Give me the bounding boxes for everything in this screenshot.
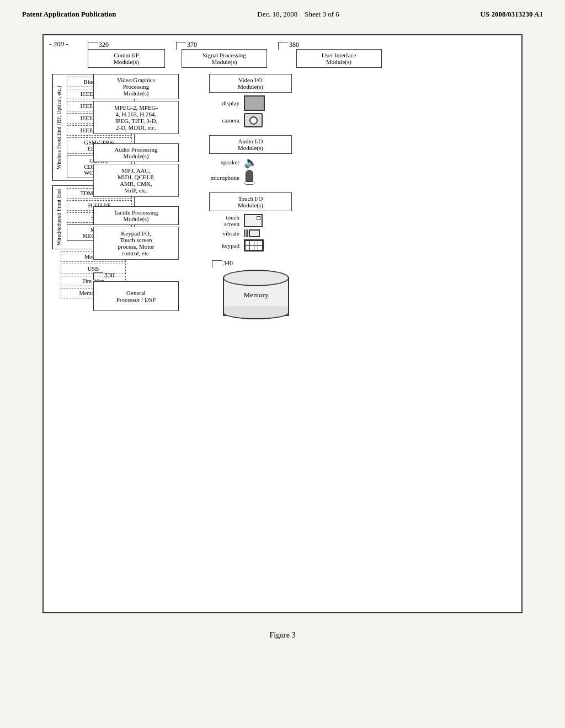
kp-key-6 [250, 246, 254, 250]
figure-caption: Figure 3 [269, 631, 295, 640]
touch-io-header: Touch I/OModule(s) [209, 192, 292, 211]
col-headers-row: Comm I/F Module(s) Signal Processing Mod… [52, 49, 513, 71]
mic-body [246, 170, 253, 182]
kp-key-5 [246, 246, 249, 250]
video-graphics-header: Video/GraphicsProcessingModule(s) [93, 74, 179, 99]
col3-header-area: User Interface Module(s) [278, 49, 399, 71]
kp-key-7 [254, 246, 258, 250]
gp-ref-row: 330 [93, 271, 179, 280]
col3-content: Video I/OModule(s) display camera [190, 74, 311, 319]
vibrate-icon [244, 229, 260, 237]
memory-ref-row: 340 [201, 259, 300, 267]
ref-num-380: 380 [289, 41, 299, 49]
comm-if-header-box: Comm I/F Module(s) [88, 49, 165, 68]
ref-370: 370 [170, 41, 273, 49]
col2-header-area: Signal Processing Module(s) [170, 49, 278, 71]
camera-icon [244, 113, 263, 127]
vibrate-label: vibrate [200, 230, 239, 237]
ref-curve-340 [212, 260, 222, 268]
gp-box: GeneralProcessor / DSP [93, 281, 179, 311]
vibrate-lines [244, 229, 248, 237]
main-content-row: Wireless Front End (RF, Optical, etc.) B… [52, 74, 513, 319]
kp-key-2 [250, 241, 254, 245]
ref-320: 320 [82, 41, 170, 49]
keypad-label: keypad [200, 242, 239, 249]
page-header: Patent Application Publication Dec. 18, … [0, 0, 565, 23]
ref-curve-330 [93, 272, 103, 280]
vibrate-row: vibrate [195, 229, 306, 237]
ref-curve-380 [278, 42, 288, 50]
vibrate-box [249, 229, 260, 237]
keypad-row: keypad [195, 239, 306, 251]
vib-line-2 [246, 229, 247, 237]
keypad-icon [244, 239, 264, 251]
microphone-label: microphone [200, 174, 239, 181]
audio-content-block: MP3, AAC,MIDI, QCELP,AMR, CMX,VoIP, etc. [93, 164, 179, 197]
left-sidebar: Wireless Front End (RF, Optical, etc.) B… [52, 74, 82, 319]
tactile-processing-header: Tactile ProcessingModule(s) [93, 206, 179, 225]
display-rect [244, 95, 265, 111]
microphone-icon-wrap [244, 170, 255, 185]
video-content-block: MPEG-2, MPEG-4, H.263, H.264,JPEG, TIFF,… [93, 101, 179, 134]
top-refs: 320 370 380 [52, 41, 513, 49]
col1-header-area: Comm I/F Module(s) [82, 49, 170, 71]
ui-header-box: User Interface Module(s) [296, 49, 382, 68]
speaker-row: speaker 🔈 [195, 157, 306, 168]
speaker-icon-wrap: 🔈 [244, 157, 258, 168]
mic-base [244, 182, 255, 185]
camera-row: camera [195, 113, 306, 127]
vib-line-1 [244, 229, 245, 237]
diagram-inner: 320 370 380 Comm I/F Module(s) Signal [49, 41, 516, 319]
camera-icon-wrap [244, 113, 263, 127]
tactile-content-block: Keypad I/O,Touch screenprocess, Motorcon… [93, 227, 179, 260]
display-label: display [200, 100, 239, 106]
header-patent-num: US 2008/0313230 A1 [481, 10, 543, 19]
kp-key-1 [246, 241, 249, 245]
memory-cylinder-wrap: Memory [212, 270, 289, 319]
audio-processing-header: Audio ProcessingModule(s) [93, 143, 179, 162]
patent-diagram: - 300 - 320 370 380 Comm I/F Module(s) [42, 34, 523, 613]
camera-lens [249, 116, 258, 125]
touch-dot [257, 216, 260, 220]
memory-cylinder: Memory [223, 270, 289, 319]
ref-num-340: 340 [223, 259, 233, 267]
ref-380: 380 [273, 41, 388, 49]
touch-screen-icon [244, 214, 263, 227]
audio-io-header: Audio I/OModule(s) [209, 135, 292, 154]
touch-screen-icon-wrap [244, 214, 263, 227]
vibrate-icon-wrap [244, 229, 260, 237]
cyl-top-ellipse [223, 270, 289, 286]
speaker-label: speaker [200, 159, 239, 165]
kp-key-4 [258, 241, 262, 245]
microphone-icon [244, 170, 255, 185]
ref-curve-320 [88, 42, 98, 50]
cyl-bottom-ellipse [223, 306, 289, 319]
microphone-row: microphone [195, 170, 306, 185]
ref-curve-370 [176, 42, 186, 50]
vib-line-3 [247, 229, 248, 237]
ref-num-370: 370 [187, 41, 197, 49]
wired-label: Wired/tethered Front End [52, 186, 65, 249]
keypad-icon-wrap [244, 239, 264, 251]
memory-label: Memory [223, 291, 289, 299]
camera-label: camera [200, 117, 239, 124]
ref-num-330: 330 [104, 271, 114, 280]
diagram-label-300: - 300 - [49, 40, 68, 49]
col2-content: Video/GraphicsProcessingModule(s) MPEG-2… [82, 74, 190, 319]
touch-screen-label: touchscreen [200, 214, 239, 227]
header-publication: Patent Application Publication [22, 10, 116, 19]
touch-screen-row: touchscreen [195, 214, 306, 227]
speaker-icon: 🔈 [244, 157, 258, 168]
display-icon [244, 95, 265, 111]
kp-key-8 [258, 246, 262, 250]
signal-proc-header-box: Signal Processing Module(s) [182, 49, 267, 68]
kp-key-3 [254, 241, 258, 245]
ref-num-320: 320 [99, 41, 109, 49]
video-io-header: Video I/OModule(s) [209, 74, 292, 93]
display-row: display [195, 95, 306, 111]
wireless-label: Wireless Front End (RF, Optical, etc.) [52, 74, 65, 180]
header-date-sheet: Dec. 18, 2008 Sheet 3 of 6 [257, 10, 339, 19]
